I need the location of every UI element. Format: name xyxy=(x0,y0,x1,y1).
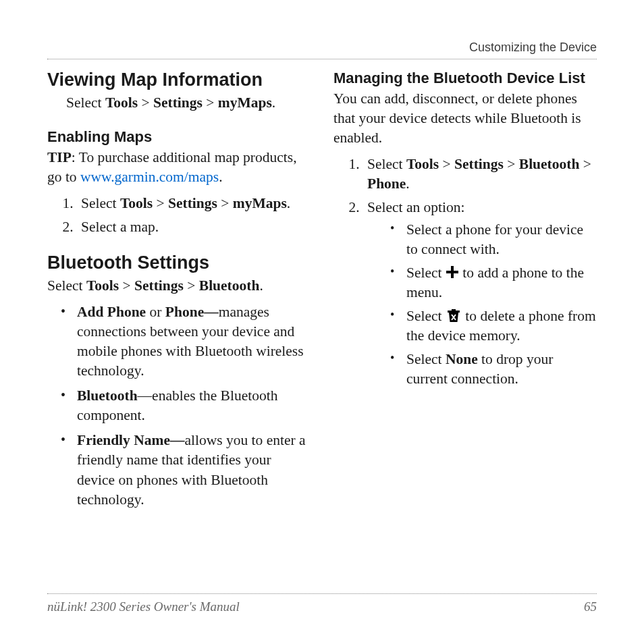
breadcrumb-part: Bluetooth xyxy=(519,156,580,172)
breadcrumb-sep: > xyxy=(203,95,218,111)
breadcrumb-prefix: Select xyxy=(66,95,105,111)
list-item: Select None to drop your current connect… xyxy=(387,350,597,389)
breadcrumb-sep: > xyxy=(217,195,233,211)
list-item: Select to delete a phone from the device… xyxy=(387,306,597,346)
breadcrumb-bluetooth: Select Tools > Settings > Bluetooth. xyxy=(47,276,311,296)
breadcrumb-sep: > xyxy=(119,277,134,294)
list-item: Select a phone for your device to connec… xyxy=(387,220,597,259)
garmin-maps-link[interactable]: www.garmin.com/maps xyxy=(80,169,219,185)
section-heading-viewing-map: Viewing Map Information xyxy=(47,69,311,90)
svg-rect-1 xyxy=(446,271,458,273)
breadcrumb-part: Tools xyxy=(105,95,138,111)
option-pre: Select xyxy=(406,308,446,324)
breadcrumb-prefix: Select xyxy=(47,277,86,294)
list-item: Select Tools > Settings > myMaps. xyxy=(77,194,311,213)
list-item: Select a map. xyxy=(77,217,311,237)
list-item: Bluetooth—enables the Bluetooth componen… xyxy=(58,386,311,425)
svg-rect-2 xyxy=(448,311,460,313)
setting-name: Phone— xyxy=(165,304,219,320)
setting-name: Add Phone xyxy=(77,304,146,320)
running-head: Customizing the Device xyxy=(47,41,597,59)
breadcrumb-period: . xyxy=(406,176,409,192)
option-bold: None xyxy=(446,351,478,367)
manual-title: nüLink! 2300 Series Owner's Manual xyxy=(47,599,240,614)
option-sublist: Select a phone for your device to connec… xyxy=(367,220,597,389)
breadcrumb-part: myMaps xyxy=(218,95,272,111)
breadcrumb-part: Phone xyxy=(367,176,406,192)
breadcrumb-viewing-map: Select Tools > Settings > myMaps. xyxy=(47,93,311,113)
tip-paragraph: TIP: To purchase additional map products… xyxy=(47,148,311,187)
breadcrumb-part: Settings xyxy=(454,156,504,172)
trash-icon xyxy=(446,307,462,323)
breadcrumb-period: . xyxy=(287,195,290,211)
breadcrumb-part: Bluetooth xyxy=(199,277,260,294)
breadcrumb-part: Tools xyxy=(120,195,153,211)
page-number: 65 xyxy=(584,599,597,614)
list-item: Select to add a phone to the menu. xyxy=(387,263,597,302)
setting-or: or xyxy=(146,304,165,320)
option-pre: Select xyxy=(406,265,446,281)
bluetooth-settings-list: Add Phone or Phone—manages connections b… xyxy=(47,302,311,509)
setting-name: Friendly Name— xyxy=(77,432,184,448)
breadcrumb-part: Settings xyxy=(153,95,203,111)
right-column: Managing the Bluetooth Device List You c… xyxy=(333,69,597,515)
subheading-managing-bluetooth: Managing the Bluetooth Device List xyxy=(333,69,597,88)
list-item: Select an option: Select a phone for you… xyxy=(363,198,597,389)
page-container: Customizing the Device Viewing Map Infor… xyxy=(0,0,644,644)
list-item: Select Tools > Settings > Bluetooth > Ph… xyxy=(363,155,597,194)
section-heading-bluetooth-settings: Bluetooth Settings xyxy=(47,252,311,273)
breadcrumb-period: . xyxy=(272,95,275,111)
breadcrumb-sep: > xyxy=(184,277,199,294)
breadcrumb-part: Settings xyxy=(168,195,217,211)
breadcrumb-part: myMaps xyxy=(233,195,287,211)
option-pre: Select xyxy=(406,351,446,367)
breadcrumb-sep: > xyxy=(504,156,519,172)
enabling-maps-steps: Select Tools > Settings > myMaps. Select… xyxy=(47,194,311,237)
list-item: Friendly Name—allows you to enter a frie… xyxy=(58,431,311,509)
tip-period: . xyxy=(219,169,222,185)
breadcrumb-sep: > xyxy=(153,195,168,211)
breadcrumb-period: . xyxy=(259,277,263,294)
breadcrumb-part: Tools xyxy=(86,277,119,294)
breadcrumb-sep: > xyxy=(439,156,454,172)
content-columns: Viewing Map Information Select Tools > S… xyxy=(47,69,597,515)
breadcrumb-part: Settings xyxy=(134,277,184,294)
plus-icon xyxy=(446,265,459,278)
breadcrumb-part: Tools xyxy=(406,156,439,172)
step-text: Select an option: xyxy=(367,199,465,215)
managing-steps: Select Tools > Settings > Bluetooth > Ph… xyxy=(333,155,597,389)
page-footer: nüLink! 2300 Series Owner's Manual 65 xyxy=(47,593,597,614)
breadcrumb-sep: > xyxy=(138,95,153,111)
step-prefix: Select xyxy=(367,156,406,172)
breadcrumb-sep: > xyxy=(579,156,591,172)
list-item: Add Phone or Phone—manages connections b… xyxy=(58,302,311,381)
setting-name: Bluetooth xyxy=(77,387,138,404)
step-prefix: Select xyxy=(81,195,120,211)
left-column: Viewing Map Information Select Tools > S… xyxy=(47,69,311,515)
managing-intro: You can add, disconnect, or delete phone… xyxy=(333,89,597,148)
tip-label: TIP xyxy=(47,149,72,165)
subheading-enabling-maps: Enabling Maps xyxy=(47,128,311,146)
